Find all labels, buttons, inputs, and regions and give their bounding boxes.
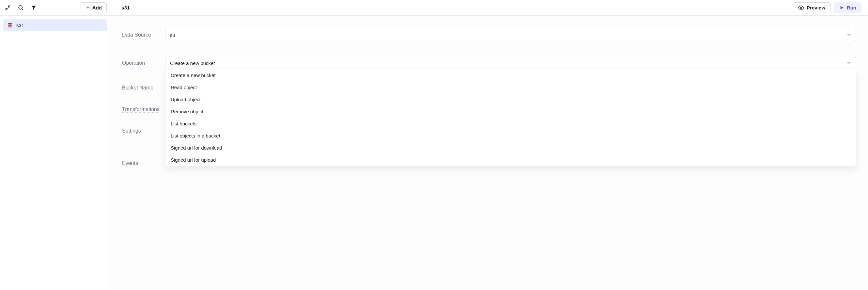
sidebar: Add s31 [0, 0, 110, 290]
eye-icon [798, 5, 804, 11]
main-panel: s31 Preview Run Data Source [110, 0, 868, 290]
chevron-down-icon [846, 60, 851, 66]
label-data-source: Data Source [122, 32, 165, 38]
operation-option[interactable]: Signed url for download [165, 142, 856, 154]
select-operation-value: Create a new bucket [170, 60, 215, 66]
sidebar-item-label: s31 [16, 23, 24, 28]
sidebar-list: s31 [0, 16, 110, 35]
operation-dropdown: Create a new bucket Read object Upload o… [165, 69, 856, 166]
operation-option[interactable]: Create a new bucket [165, 69, 856, 81]
main-header: s31 Preview Run [110, 0, 868, 16]
select-data-source[interactable]: s3 [165, 29, 856, 41]
search-icon[interactable] [15, 2, 26, 13]
svg-marker-7 [841, 6, 843, 9]
app-root: Add s31 s31 [0, 0, 868, 290]
row-data-source: Data Source s3 [122, 29, 856, 41]
add-button-label: Add [92, 5, 102, 10]
select-data-source-value: s3 [170, 32, 175, 38]
form-body: Data Source s3 Operation Create a new bu… [110, 16, 868, 290]
label-operation: Operation [122, 60, 165, 66]
run-button-label: Run [847, 5, 856, 10]
row-operation: Operation Create a new bucket Create a n… [122, 57, 856, 69]
filter-icon[interactable] [28, 2, 39, 13]
operation-option[interactable]: Upload object [165, 93, 856, 106]
datasource-icon [7, 22, 13, 28]
operation-option[interactable]: Remove object [165, 106, 856, 118]
preview-button[interactable]: Preview [793, 2, 831, 13]
play-icon [839, 5, 844, 10]
chevron-down-icon [846, 32, 851, 38]
label-events: Events [122, 161, 165, 166]
label-transformations: Transformations [122, 107, 165, 112]
svg-line-3 [22, 9, 23, 10]
label-settings: Settings [122, 128, 165, 134]
collapse-icon[interactable] [2, 2, 13, 13]
svg-point-6 [801, 7, 802, 8]
add-button[interactable]: Add [81, 2, 107, 13]
preview-button-label: Preview [807, 5, 825, 10]
page-title: s31 [121, 5, 130, 11]
run-button[interactable]: Run [834, 2, 862, 13]
operation-option[interactable]: Signed url for upload [165, 154, 856, 166]
operation-option[interactable]: List buckets [165, 118, 856, 129]
sidebar-toolbar: Add [0, 0, 110, 16]
operation-option[interactable]: List objects in a bucket [165, 129, 856, 142]
sidebar-item-s31[interactable]: s31 [3, 19, 107, 31]
label-bucket-name: Bucket Name [122, 85, 165, 91]
select-operation[interactable]: Create a new bucket [165, 57, 856, 69]
operation-option[interactable]: Read object [165, 81, 856, 93]
